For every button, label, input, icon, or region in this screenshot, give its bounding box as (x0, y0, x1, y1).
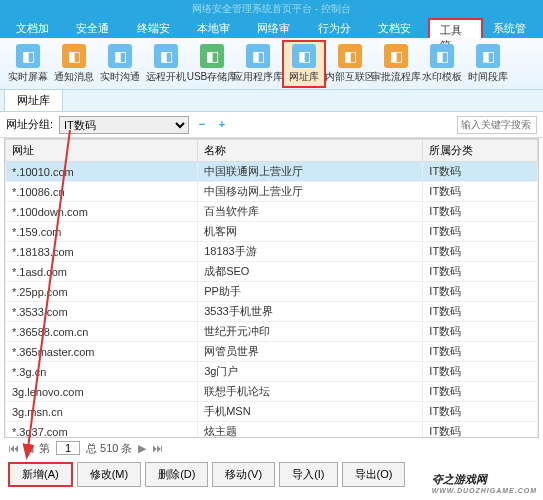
cell: 网管员世界 (198, 342, 423, 362)
table-row[interactable]: *.100down.com百当软件库IT数码 (6, 202, 538, 222)
cell: 联想手机论坛 (198, 382, 423, 402)
table-row[interactable]: *.159.com机客网IT数码 (6, 222, 538, 242)
group-select[interactable]: IT数码 (59, 116, 189, 134)
cell: *.3g.cn (6, 362, 198, 382)
action-button[interactable]: 删除(D) (145, 462, 208, 487)
ribbon-button[interactable]: ◧应用程序库 (236, 42, 280, 86)
ribbon-icon: ◧ (246, 44, 270, 68)
cell: 手机MSN (198, 402, 423, 422)
cell: IT数码 (423, 182, 538, 202)
content-tab[interactable]: 网址库 (4, 89, 63, 111)
col-header[interactable]: 名称 (198, 140, 423, 162)
cell: PP助手 (198, 282, 423, 302)
ribbon-tab[interactable]: 本地审计 (187, 18, 247, 38)
ribbon-tab[interactable]: 工具箱 (428, 18, 482, 38)
table-row[interactable]: *.3g37.com炫主题IT数码 (6, 422, 538, 439)
ribbon-tab[interactable]: 终端安全 (127, 18, 187, 38)
cell: *.100down.com (6, 202, 198, 222)
ribbon-tab[interactable]: 安全通信 (66, 18, 126, 38)
table-row[interactable]: *.36588.com.cn世纪开元冲印IT数码 (6, 322, 538, 342)
ribbon-button[interactable]: ◧远程开机 (144, 42, 188, 86)
ribbon-button[interactable]: ◧实时屏幕 (6, 42, 50, 86)
ribbon-button[interactable]: ◧USB存储库 (190, 42, 234, 86)
watermark: 夺之游戏网 WWW.DUOZHIGAME.COM (432, 471, 537, 494)
ribbon-toolbar: ◧实时屏幕◧通知消息◧实时沟通◧远程开机◧USB存储库◧应用程序库◧网址库◧内部… (0, 38, 543, 90)
table-row[interactable]: *.10086.cn中国移动网上营业厅IT数码 (6, 182, 538, 202)
ribbon-label: USB存储库 (187, 70, 238, 84)
table-row[interactable]: *.3g.cn3g门户IT数码 (6, 362, 538, 382)
ribbon-label: 时间段库 (468, 70, 508, 84)
cell: 机客网 (198, 222, 423, 242)
search-input[interactable] (457, 116, 537, 134)
ribbon-button[interactable]: ◧网址库 (282, 40, 326, 88)
pager-next-icon[interactable]: ▶ (138, 442, 146, 455)
cell: 中国移动网上营业厅 (198, 182, 423, 202)
ribbon-tab[interactable]: 文档安全 (368, 18, 428, 38)
page-input[interactable] (56, 441, 80, 455)
add-group-icon[interactable]: + (215, 118, 229, 132)
ribbon-button[interactable]: ◧时间段库 (466, 42, 510, 86)
cell: *.159.com (6, 222, 198, 242)
pager-first-icon[interactable]: ⏮ (8, 442, 19, 454)
table-row[interactable]: *.18183.com18183手游IT数码 (6, 242, 538, 262)
filter-bar: 网址分组: IT数码 − + (0, 112, 543, 138)
ribbon-tab[interactable]: 文档加密 (6, 18, 66, 38)
ribbon-label: 内部互联区 (325, 70, 375, 84)
filter-label: 网址分组: (6, 117, 53, 132)
table-row[interactable]: *.10010.com中国联通网上营业厅IT数码 (6, 162, 538, 182)
table-row[interactable]: *.1asd.com成都SEOIT数码 (6, 262, 538, 282)
table-row[interactable]: *.3533.com3533手机世界IT数码 (6, 302, 538, 322)
cell: IT数码 (423, 322, 538, 342)
url-grid: 网址名称所属分类 *.10010.com中国联通网上营业厅IT数码*.10086… (4, 138, 539, 438)
cell: 炫主题 (198, 422, 423, 439)
ribbon-icon: ◧ (62, 44, 86, 68)
ribbon-tab[interactable]: 系统管理 (483, 18, 543, 38)
ribbon-icon: ◧ (108, 44, 132, 68)
remove-group-icon[interactable]: − (195, 118, 209, 132)
ribbon-tab[interactable]: 行为分析 (308, 18, 368, 38)
ribbon-button[interactable]: ◧内部互联区 (328, 42, 372, 86)
ribbon-icon: ◧ (476, 44, 500, 68)
ribbon-button[interactable]: ◧通知消息 (52, 42, 96, 86)
cell: IT数码 (423, 422, 538, 439)
cell: 3g门户 (198, 362, 423, 382)
action-button[interactable]: 导出(O) (342, 462, 406, 487)
table-row[interactable]: 3g.msn.cn手机MSNIT数码 (6, 402, 538, 422)
table-row[interactable]: *.365master.com网管员世界IT数码 (6, 342, 538, 362)
ribbon-label: 水印模板 (422, 70, 462, 84)
cell: IT数码 (423, 402, 538, 422)
cell: IT数码 (423, 222, 538, 242)
cell: 3533手机世界 (198, 302, 423, 322)
cell: *.1asd.com (6, 262, 198, 282)
content-tabbar: 网址库 (0, 90, 543, 112)
action-button[interactable]: 移动(V) (212, 462, 275, 487)
ribbon-label: 实时沟通 (100, 70, 140, 84)
pager: ⏮ ◀ 第 总 510 条 ▶ ⏭ (0, 438, 543, 458)
cell: IT数码 (423, 362, 538, 382)
action-button[interactable]: 导入(I) (279, 462, 337, 487)
col-header[interactable]: 所属分类 (423, 140, 538, 162)
action-button[interactable]: 新增(A) (8, 462, 73, 487)
pager-total: 总 510 条 (86, 441, 132, 456)
cell: IT数码 (423, 342, 538, 362)
ribbon-button[interactable]: ◧实时沟通 (98, 42, 142, 86)
action-button[interactable]: 修改(M) (77, 462, 142, 487)
ribbon-icon: ◧ (200, 44, 224, 68)
cell: *.3533.com (6, 302, 198, 322)
pager-last-icon[interactable]: ⏭ (152, 442, 163, 454)
ribbon-icon: ◧ (338, 44, 362, 68)
ribbon-button[interactable]: ◧审批流程库 (374, 42, 418, 86)
cell: *.10086.cn (6, 182, 198, 202)
col-header[interactable]: 网址 (6, 140, 198, 162)
cell: 成都SEO (198, 262, 423, 282)
cell: IT数码 (423, 162, 538, 182)
pager-prev-icon[interactable]: ◀ (25, 442, 33, 455)
cell: 百当软件库 (198, 202, 423, 222)
cell: 3g.msn.cn (6, 402, 198, 422)
ribbon-label: 网址库 (289, 70, 319, 84)
table-row[interactable]: 3g.lenovo.com联想手机论坛IT数码 (6, 382, 538, 402)
table-row[interactable]: *.25pp.comPP助手IT数码 (6, 282, 538, 302)
cell: *.3g37.com (6, 422, 198, 439)
ribbon-button[interactable]: ◧水印模板 (420, 42, 464, 86)
ribbon-tab[interactable]: 网络审计 (247, 18, 307, 38)
